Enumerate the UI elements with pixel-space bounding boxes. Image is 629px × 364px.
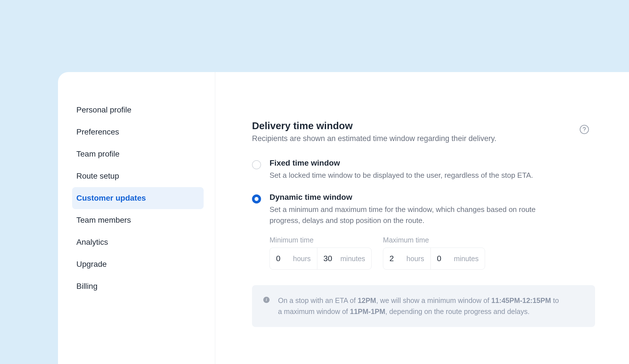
- radio-fixed-description: Set a locked time window to be displayed…: [270, 170, 541, 181]
- min-minutes-unit: minutes: [341, 255, 365, 263]
- radio-dynamic-content: Dynamic time window Set a minimum and ma…: [270, 193, 595, 270]
- minimum-time-label: Minimum time: [270, 236, 372, 244]
- minimum-time-group: Minimum time 0 hours 30 minutes: [270, 236, 372, 270]
- svg-point-0: [580, 125, 589, 134]
- maximum-time-group: Maximum time 2 hours 0 minutes: [383, 236, 485, 270]
- sidebar-item-customer-updates[interactable]: Customer updates: [72, 187, 204, 209]
- maximum-time-label: Maximum time: [383, 236, 485, 244]
- minimum-time-row: 0 hours 30 minutes: [270, 248, 372, 270]
- radio-fixed-title: Fixed time window: [270, 159, 595, 168]
- radio-dynamic[interactable]: [252, 194, 261, 203]
- time-window-options: Fixed time window Set a locked time wind…: [252, 159, 595, 270]
- radio-fixed[interactable]: [252, 160, 261, 169]
- section-subtitle: Recipients are shown an estimated time w…: [252, 134, 595, 143]
- settings-sidebar: Personal profile Preferences Team profil…: [58, 72, 215, 364]
- max-hours-value: 2: [389, 254, 401, 263]
- min-hours-box[interactable]: 0 hours: [270, 248, 317, 269]
- info-icon: i: [263, 297, 270, 303]
- max-minutes-unit: minutes: [454, 255, 479, 263]
- min-hours-value: 0: [276, 254, 287, 263]
- max-minutes-box[interactable]: 0 minutes: [431, 248, 485, 269]
- svg-point-1: [584, 131, 585, 132]
- sidebar-item-preferences[interactable]: Preferences: [72, 121, 204, 143]
- min-minutes-box[interactable]: 30 minutes: [317, 248, 372, 269]
- radio-option-dynamic: Dynamic time window Set a minimum and ma…: [252, 193, 595, 270]
- sidebar-item-team-members[interactable]: Team members: [72, 209, 204, 231]
- radio-fixed-content: Fixed time window Set a locked time wind…: [270, 159, 595, 181]
- sidebar-item-team-profile[interactable]: Team profile: [72, 143, 204, 165]
- maximum-time-row: 2 hours 0 minutes: [383, 248, 485, 270]
- sidebar-item-personal-profile[interactable]: Personal profile: [72, 99, 204, 121]
- time-inputs: Minimum time 0 hours 30 minutes: [270, 236, 595, 270]
- sidebar-item-upgrade[interactable]: Upgrade: [72, 253, 204, 275]
- info-text: On a stop with an ETA of 12PM, we will s…: [278, 295, 561, 317]
- sidebar-item-route-setup[interactable]: Route setup: [72, 165, 204, 187]
- min-minutes-value: 30: [324, 254, 335, 263]
- radio-dynamic-title: Dynamic time window: [270, 193, 595, 202]
- sidebar-item-billing[interactable]: Billing: [72, 275, 204, 297]
- section-title: Delivery time window: [252, 120, 595, 131]
- help-icon[interactable]: [579, 124, 589, 135]
- app-window: Personal profile Preferences Team profil…: [58, 72, 629, 364]
- max-hours-unit: hours: [406, 255, 424, 263]
- radio-dynamic-description: Set a minimum and maximum time for the w…: [270, 204, 541, 226]
- radio-option-fixed: Fixed time window Set a locked time wind…: [252, 159, 595, 181]
- sidebar-item-analytics[interactable]: Analytics: [72, 231, 204, 253]
- info-bar: i On a stop with an ETA of 12PM, we will…: [252, 285, 595, 327]
- max-hours-box[interactable]: 2 hours: [383, 248, 431, 269]
- max-minutes-value: 0: [437, 254, 448, 263]
- main-content: Delivery time window Recipients are show…: [215, 72, 629, 364]
- min-hours-unit: hours: [293, 255, 311, 263]
